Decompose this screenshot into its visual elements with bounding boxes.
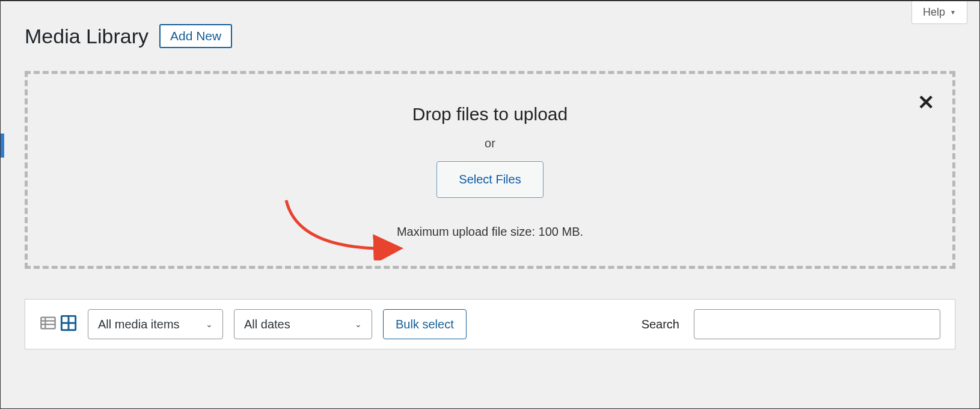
help-label: Help <box>923 6 945 19</box>
bulk-select-button[interactable]: Bulk select <box>383 309 467 339</box>
upload-dropzone[interactable]: ✕ Drop files to upload or Select Files M… <box>25 71 955 269</box>
max-upload-size-text: Maximum upload file size: 100 MB. <box>40 225 940 239</box>
page-header: Media Library Add New <box>1 1 979 60</box>
filter-media-type-selected: All media items <box>98 318 180 331</box>
media-toolbar: All media items ⌄ All dates ⌄ Bulk selec… <box>25 299 955 349</box>
chevron-down-icon: ⌄ <box>355 319 362 329</box>
svg-rect-1 <box>41 318 55 329</box>
filter-dates-select[interactable]: All dates ⌄ <box>234 309 372 339</box>
chevron-down-icon: ⌄ <box>206 319 213 329</box>
view-mode-toggle <box>40 315 77 334</box>
page-title: Media Library <box>25 25 149 48</box>
dropzone-title: Drop files to upload <box>40 104 940 125</box>
help-dropdown-button[interactable]: Help ▼ <box>911 1 967 24</box>
list-view-icon[interactable] <box>40 315 57 334</box>
search-input[interactable] <box>694 309 940 339</box>
add-new-button[interactable]: Add New <box>159 24 232 48</box>
dropzone-or-label: or <box>40 137 940 150</box>
select-files-button[interactable]: Select Files <box>436 161 543 198</box>
search-label: Search <box>642 318 679 331</box>
filter-dates-selected: All dates <box>244 318 290 331</box>
grid-view-icon[interactable] <box>60 315 77 334</box>
sidebar-active-indicator <box>1 134 4 158</box>
chevron-down-icon: ▼ <box>950 9 956 16</box>
filter-media-type-select[interactable]: All media items ⌄ <box>88 309 223 339</box>
close-icon[interactable]: ✕ <box>917 92 934 112</box>
